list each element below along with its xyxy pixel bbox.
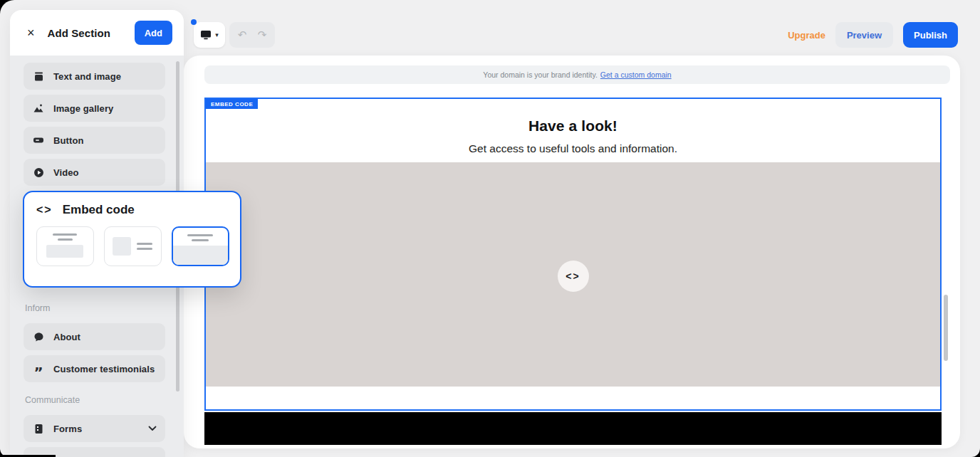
popup-title: Embed code	[63, 203, 135, 217]
embed-code-section[interactable]: Have a look! Get access to useful tools …	[204, 98, 942, 411]
sidebar-item-label: Forms	[53, 424, 82, 434]
sidebar-item-customer-testimonials[interactable]: ” Customer testimonials	[24, 355, 165, 382]
group-label-inform: Inform	[25, 303, 184, 315]
embed-section-header: Have a look! Get access to useful tools …	[206, 99, 940, 155]
sidebar-item-about[interactable]: About	[24, 323, 165, 350]
canvas-scrollbar-track[interactable]	[942, 98, 950, 445]
upgrade-link[interactable]: Upgrade	[788, 30, 825, 41]
sidebar-item-label: Customer testimonials	[53, 364, 155, 374]
popup-header: <> Embed code	[36, 203, 229, 217]
sidebar-item-label: Video	[53, 167, 79, 178]
embed-code-popup: <> Embed code	[23, 191, 241, 288]
add-button[interactable]: Add	[135, 21, 172, 45]
sidebar-item-label: Image gallery	[53, 103, 113, 114]
editor-canvas: Your domain is your brand identity. Get …	[184, 56, 960, 448]
sidebar-item-forms[interactable]: Forms	[24, 415, 165, 442]
sidebar-item-label: Button	[53, 135, 83, 146]
section-title: Have a look!	[206, 117, 940, 135]
device-selector-button[interactable]: ▾	[194, 22, 225, 48]
undo-redo-group: ↶ ↷	[229, 22, 275, 48]
code-icon: <>	[36, 204, 53, 216]
text-image-icon	[33, 70, 44, 82]
chevron-down-icon[interactable]	[148, 426, 157, 431]
notification-dot	[191, 19, 197, 25]
publish-button[interactable]: Publish	[903, 22, 958, 48]
video-play-icon	[33, 167, 44, 178]
domain-notice-bar: Your domain is your brand identity. Get …	[204, 65, 950, 84]
app-window: ▾ ↶ ↷ Upgrade Preview Publish Your domai…	[0, 0, 980, 457]
sidebar-item-label: Text and image	[53, 71, 121, 82]
close-icon[interactable]: ×	[27, 26, 35, 39]
speech-bubble-icon	[33, 331, 44, 342]
section-subtitle: Get access to useful tools and informati…	[206, 142, 940, 155]
sidebar-item-text-and-image[interactable]: Text and image	[24, 63, 165, 90]
chevron-down-icon: ▾	[215, 31, 219, 38]
domain-notice-text: Your domain is your brand identity.	[483, 70, 598, 79]
preview-button[interactable]: Preview	[835, 22, 893, 48]
desktop-monitor-icon	[200, 29, 212, 41]
toolbar-right: Upgrade Preview Publish	[788, 22, 958, 48]
redo-button[interactable]: ↷	[252, 30, 272, 41]
selected-section-tag: EMBED CODE	[206, 99, 258, 109]
canvas-scrollbar-thumb[interactable]	[944, 295, 948, 361]
image-gallery-icon	[33, 103, 44, 114]
embed-placeholder[interactable]: <>	[206, 162, 940, 387]
code-icon: <>	[565, 270, 580, 282]
layout-option-heading-over-full-width[interactable]	[172, 226, 229, 266]
add-section-header: × Add Section Add	[10, 10, 184, 56]
group-label-communicate: Communicate	[25, 395, 184, 406]
site-footer-section[interactable]	[204, 412, 942, 445]
embed-placeholder-badge: <>	[558, 261, 589, 292]
sidebar-item-button[interactable]: Button	[24, 127, 165, 154]
sidebar-item-video[interactable]: Video	[24, 159, 165, 186]
sidebar-item-image-gallery[interactable]: Image gallery	[24, 95, 165, 122]
layout-option-heading-over-box[interactable]	[36, 226, 94, 266]
panel-title: Add Section	[48, 27, 122, 39]
layout-option-box-beside-text[interactable]	[104, 226, 162, 266]
layout-variant-list	[36, 226, 229, 266]
button-icon	[33, 135, 44, 146]
quotes-icon: ”	[33, 363, 44, 374]
sidebar-item-label: About	[53, 332, 80, 342]
form-icon	[33, 423, 44, 434]
undo-button[interactable]: ↶	[232, 30, 252, 41]
custom-domain-link[interactable]: Get a custom domain	[600, 70, 672, 79]
